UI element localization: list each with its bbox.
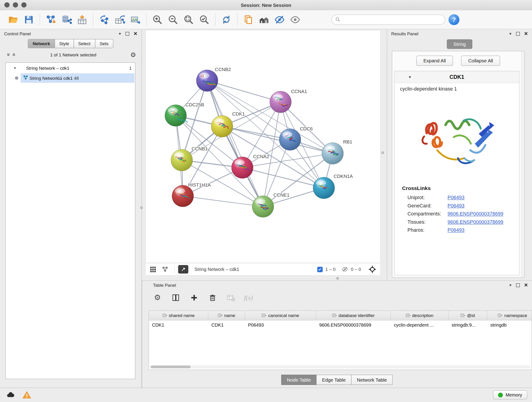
collapse-all-button[interactable]: Collapse All — [461, 56, 500, 66]
table-cell[interactable]: P06493 — [245, 320, 316, 330]
table-options-gear-icon[interactable]: ⚙ — [152, 293, 162, 303]
column-header-shared-name[interactable]: shared name — [149, 311, 208, 320]
tab-select[interactable]: Select — [74, 39, 95, 48]
network-options-gear-icon[interactable]: ⚙ — [130, 51, 136, 58]
tab-network[interactable]: Network — [28, 39, 55, 48]
network-node-CDC6[interactable]: CDC6 — [279, 126, 313, 150]
search-input[interactable] — [343, 17, 442, 22]
tree-expand-icon[interactable]: ▾ — [12, 66, 18, 70]
panel-menu-icon[interactable]: ▾ — [509, 32, 511, 36]
crosslink-link[interactable]: 9606.ENSP00000378699 — [447, 219, 503, 225]
network-node-CDKN1A[interactable]: CDKN1A — [313, 173, 353, 199]
collapse-all-networks-icon[interactable]: » — [11, 52, 17, 57]
selected-nodes-checkbox-icon[interactable] — [317, 267, 323, 272]
table-row[interactable]: CDK1CDK1P064939606.ENSP00000378699cyclin… — [149, 320, 532, 330]
new-network-button[interactable] — [96, 12, 112, 27]
column-header-canonical-name[interactable]: canonical name — [245, 311, 316, 320]
show-columns-icon[interactable] — [171, 293, 181, 303]
network-collection-row[interactable]: ▾ String Network – cdk1 1 — [6, 63, 135, 73]
import-network-file-button[interactable] — [43, 12, 59, 27]
panel-close-icon[interactable]: ✕ — [133, 31, 137, 36]
table-cell[interactable]: stringdb — [487, 320, 532, 330]
crosslink-link[interactable]: P06493 — [447, 195, 464, 200]
crosslink-link[interactable]: 9606.ENSP00000378699 — [447, 211, 503, 217]
open-session-button[interactable] — [6, 12, 21, 27]
tab-string[interactable]: String — [447, 39, 472, 49]
panel-float-icon[interactable] — [126, 32, 129, 35]
panel-float-icon[interactable] — [516, 283, 520, 287]
column-header--id[interactable]: @id — [449, 311, 487, 320]
gene-section-header[interactable]: ▾ CDK1 — [394, 71, 519, 83]
splitter-handle[interactable] — [336, 277, 339, 280]
panel-float-icon[interactable] — [516, 32, 520, 35]
network-canvas-svg[interactable]: CCNB2CCNA1CDC25BCDK1CDC6RB1CCNB1CCNA2CDK… — [146, 30, 380, 263]
detach-view-button[interactable] — [178, 265, 188, 274]
network-node-RB1[interactable]: RB1 — [322, 139, 352, 164]
save-session-button[interactable] — [21, 12, 37, 27]
network-edges[interactable] — [176, 81, 333, 206]
tab-style[interactable]: Style — [55, 39, 74, 48]
duplicate-view-button[interactable] — [241, 12, 256, 27]
zoom-fit-button[interactable] — [181, 12, 196, 27]
refresh-layout-button[interactable] — [219, 12, 234, 27]
column-header-namespace[interactable]: namespace — [487, 311, 532, 320]
splitter-handle[interactable] — [140, 206, 143, 209]
scrollbar-thumb[interactable] — [151, 366, 191, 368]
network-share-icon[interactable] — [162, 266, 168, 273]
network-node-CDK1[interactable]: CDK1 — [211, 111, 245, 137]
results-scrollbar[interactable] — [521, 51, 524, 277]
network-collection-label: String Network – cdk1 — [26, 65, 69, 70]
grid-toggle-icon[interactable] — [150, 266, 157, 273]
network-node-CCNA1[interactable]: CCNA1 — [270, 89, 307, 113]
hide-details-button[interactable] — [272, 12, 287, 27]
table-cell[interactable]: 9606.ENSP00000378699 — [316, 320, 391, 330]
zoom-selected-button[interactable] — [196, 12, 212, 27]
import-network-database-button[interactable] — [59, 12, 74, 27]
new-network-icon — [99, 14, 109, 25]
table-cell[interactable]: CDK1 — [208, 320, 245, 330]
network-node-CCNB2[interactable]: CCNB2 — [196, 67, 231, 91]
crosslink-link[interactable]: P06493 — [447, 227, 464, 233]
zoom-in-button[interactable] — [150, 12, 165, 27]
network-row-selected[interactable]: String Network – cdk1 11 48 — [6, 73, 135, 83]
network-node-CCNB1[interactable]: CCNB1 — [171, 146, 208, 171]
memory-button[interactable]: Memory — [493, 390, 527, 400]
panel-close-icon[interactable]: ✕ — [524, 282, 528, 288]
tab-sets[interactable]: Sets — [95, 39, 113, 48]
home-icon — [259, 14, 269, 25]
help-button[interactable]: ? — [449, 14, 459, 25]
import-table-button[interactable] — [74, 12, 90, 27]
table-cell[interactable]: cyclin-dependent ... — [391, 320, 449, 330]
column-header-description[interactable]: description — [391, 311, 449, 320]
network-from-table-button[interactable] — [112, 12, 128, 27]
export-image-button[interactable] — [128, 12, 143, 27]
network-view-title: String Network – cdk1 — [195, 267, 239, 272]
overview-button[interactable] — [256, 12, 272, 27]
panel-close-icon[interactable]: ✕ — [524, 31, 528, 36]
add-column-icon[interactable] — [189, 293, 199, 303]
column-header-name[interactable]: name — [208, 311, 245, 320]
network-canvas[interactable]: CCNB2CCNA1CDC25BCDK1CDC6RB1CCNB1CCNA2CDK… — [145, 30, 381, 263]
tab-network-table[interactable]: Network Table — [351, 375, 393, 385]
table-horizontal-scrollbar[interactable] — [150, 365, 531, 369]
expand-all-button[interactable]: Expand All — [416, 56, 453, 66]
table-panel-title: Table Panel — [153, 283, 176, 288]
expand-all-networks-icon[interactable]: « — [5, 52, 11, 57]
panel-menu-icon[interactable]: ▾ — [119, 32, 121, 36]
table-cell[interactable]: stringdb:9... — [449, 320, 487, 330]
crosslink-link[interactable]: P06493 — [447, 203, 464, 209]
gene-collapse-icon[interactable]: ▾ — [409, 75, 411, 80]
delete-column-trash-icon[interactable] — [207, 293, 217, 303]
column-header-database-identifier[interactable]: database identifier — [316, 311, 391, 320]
network-node-HIST1H1A[interactable]: HIST1H1A — [172, 182, 211, 207]
table-cell[interactable]: CDK1 — [149, 320, 208, 330]
zoom-out-button[interactable] — [165, 12, 181, 27]
splitter-handle[interactable] — [381, 151, 384, 154]
panel-menu-icon[interactable]: ▾ — [509, 283, 511, 287]
tab-node-table[interactable]: Node Table — [281, 375, 317, 385]
warning-status-icon[interactable] — [21, 390, 32, 400]
show-details-button[interactable] — [287, 12, 303, 27]
crosshair-icon[interactable] — [368, 265, 376, 273]
tab-edge-table[interactable]: Edge Table — [316, 375, 351, 385]
cloud-status-icon[interactable] — [5, 390, 16, 400]
